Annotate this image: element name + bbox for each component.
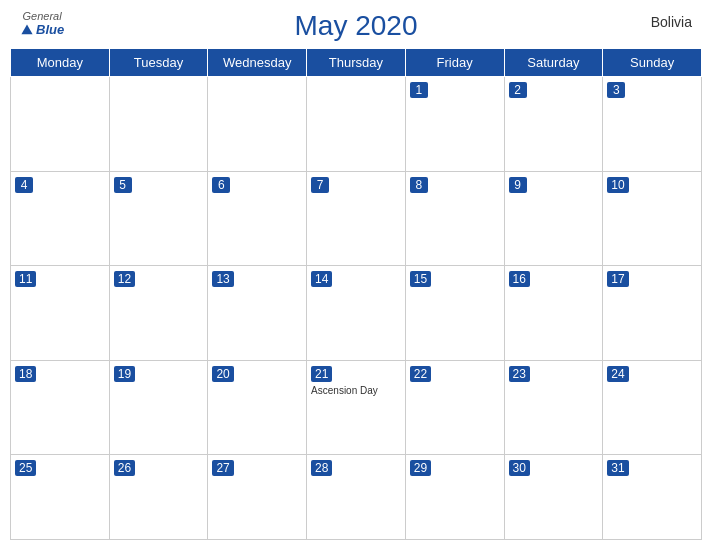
calendar-wrapper: General Blue May 2020 Bolivia MondayTues… bbox=[0, 0, 712, 550]
day-number: 9 bbox=[509, 177, 527, 193]
calendar-cell bbox=[208, 77, 307, 172]
day-number: 7 bbox=[311, 177, 329, 193]
day-number: 14 bbox=[311, 271, 332, 287]
day-number: 16 bbox=[509, 271, 530, 287]
day-number: 19 bbox=[114, 366, 135, 382]
calendar-title: May 2020 bbox=[295, 10, 418, 42]
svg-marker-0 bbox=[21, 24, 32, 34]
day-number: 29 bbox=[410, 460, 431, 476]
calendar-cell: 3 bbox=[603, 77, 702, 172]
calendar-week-row: 11121314151617 bbox=[11, 266, 702, 361]
logo-blue: Blue bbox=[36, 22, 64, 37]
calendar-cell: 28 bbox=[307, 455, 406, 540]
weekday-header-monday: Monday bbox=[11, 49, 110, 77]
calendar-cell: 10 bbox=[603, 171, 702, 266]
day-number: 10 bbox=[607, 177, 628, 193]
calendar-cell bbox=[109, 77, 208, 172]
calendar-cell: 29 bbox=[405, 455, 504, 540]
calendar-table: MondayTuesdayWednesdayThursdayFridaySatu… bbox=[10, 48, 702, 540]
calendar-cell: 23 bbox=[504, 360, 603, 455]
logo-icon bbox=[20, 23, 34, 37]
calendar-cell: 6 bbox=[208, 171, 307, 266]
calendar-week-row: 45678910 bbox=[11, 171, 702, 266]
day-number: 6 bbox=[212, 177, 230, 193]
calendar-header: General Blue May 2020 Bolivia bbox=[10, 10, 702, 42]
calendar-cell: 11 bbox=[11, 266, 110, 361]
day-number: 28 bbox=[311, 460, 332, 476]
day-number: 26 bbox=[114, 460, 135, 476]
calendar-cell bbox=[11, 77, 110, 172]
day-number: 31 bbox=[607, 460, 628, 476]
day-number: 4 bbox=[15, 177, 33, 193]
day-number: 11 bbox=[15, 271, 36, 287]
weekday-header-saturday: Saturday bbox=[504, 49, 603, 77]
calendar-cell: 14 bbox=[307, 266, 406, 361]
day-number: 21 bbox=[311, 366, 332, 382]
day-number: 12 bbox=[114, 271, 135, 287]
calendar-cell: 18 bbox=[11, 360, 110, 455]
weekday-header-friday: Friday bbox=[405, 49, 504, 77]
calendar-cell: 4 bbox=[11, 171, 110, 266]
calendar-cell: 1 bbox=[405, 77, 504, 172]
day-number: 22 bbox=[410, 366, 431, 382]
weekday-header-wednesday: Wednesday bbox=[208, 49, 307, 77]
calendar-cell: 2 bbox=[504, 77, 603, 172]
day-number: 5 bbox=[114, 177, 132, 193]
calendar-cell: 25 bbox=[11, 455, 110, 540]
calendar-cell: 17 bbox=[603, 266, 702, 361]
day-number: 25 bbox=[15, 460, 36, 476]
day-number: 20 bbox=[212, 366, 233, 382]
day-number: 23 bbox=[509, 366, 530, 382]
calendar-cell: 8 bbox=[405, 171, 504, 266]
day-number: 24 bbox=[607, 366, 628, 382]
day-number: 8 bbox=[410, 177, 428, 193]
weekday-header-sunday: Sunday bbox=[603, 49, 702, 77]
calendar-cell: 9 bbox=[504, 171, 603, 266]
logo-area: General Blue bbox=[20, 10, 64, 37]
calendar-cell: 19 bbox=[109, 360, 208, 455]
day-number: 2 bbox=[509, 82, 527, 98]
calendar-cell: 13 bbox=[208, 266, 307, 361]
calendar-cell: 7 bbox=[307, 171, 406, 266]
calendar-cell bbox=[307, 77, 406, 172]
calendar-week-row: 18192021Ascension Day222324 bbox=[11, 360, 702, 455]
day-number: 30 bbox=[509, 460, 530, 476]
calendar-week-row: 25262728293031 bbox=[11, 455, 702, 540]
calendar-cell: 21Ascension Day bbox=[307, 360, 406, 455]
weekday-header-tuesday: Tuesday bbox=[109, 49, 208, 77]
weekday-header-row: MondayTuesdayWednesdayThursdayFridaySatu… bbox=[11, 49, 702, 77]
logo-general: General bbox=[23, 10, 62, 22]
calendar-cell: 30 bbox=[504, 455, 603, 540]
weekday-header-thursday: Thursday bbox=[307, 49, 406, 77]
calendar-cell: 5 bbox=[109, 171, 208, 266]
calendar-cell: 20 bbox=[208, 360, 307, 455]
calendar-cell: 22 bbox=[405, 360, 504, 455]
day-number: 13 bbox=[212, 271, 233, 287]
day-number: 17 bbox=[607, 271, 628, 287]
day-number: 3 bbox=[607, 82, 625, 98]
calendar-cell: 27 bbox=[208, 455, 307, 540]
calendar-cell: 16 bbox=[504, 266, 603, 361]
calendar-cell: 12 bbox=[109, 266, 208, 361]
calendar-cell: 31 bbox=[603, 455, 702, 540]
calendar-cell: 15 bbox=[405, 266, 504, 361]
calendar-cell: 26 bbox=[109, 455, 208, 540]
day-number: 15 bbox=[410, 271, 431, 287]
holiday-label: Ascension Day bbox=[311, 385, 401, 396]
day-number: 27 bbox=[212, 460, 233, 476]
calendar-cell: 24 bbox=[603, 360, 702, 455]
calendar-week-row: 123 bbox=[11, 77, 702, 172]
day-number: 18 bbox=[15, 366, 36, 382]
country-label: Bolivia bbox=[651, 14, 692, 30]
day-number: 1 bbox=[410, 82, 428, 98]
